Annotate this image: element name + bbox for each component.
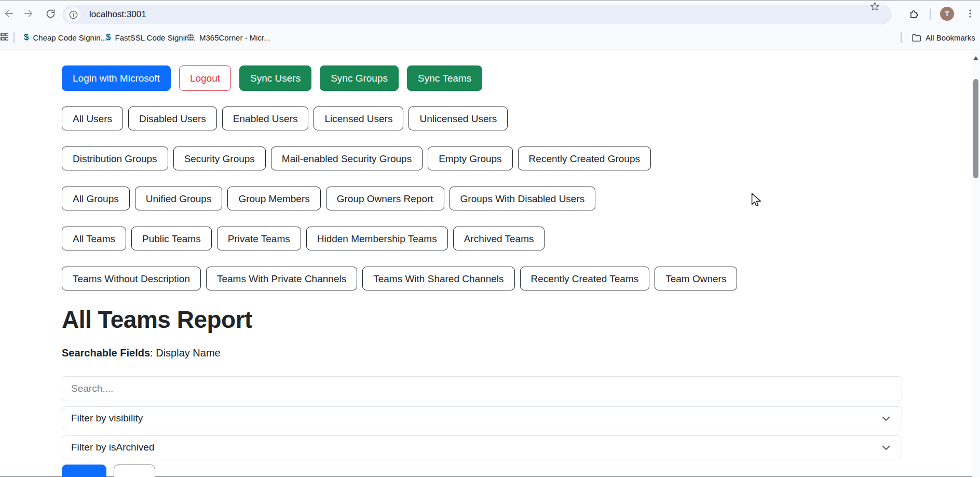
- group-owners-report-button[interactable]: Group Owners Report: [326, 187, 444, 210]
- isarchived-filter-select[interactable]: Filter by isArchived: [62, 435, 902, 459]
- scrollbar-thumb[interactable]: [973, 79, 978, 178]
- security-groups-button[interactable]: Security Groups: [173, 147, 266, 170]
- bookmark-label: M365Corner - Micr...: [199, 33, 270, 42]
- dollar-icon: $: [106, 32, 111, 43]
- recently-created-teams-button[interactable]: Recently Created Teams: [520, 267, 650, 290]
- bookmark-item-cheap-code[interactable]: $ Cheap Code Signin...: [21, 29, 110, 46]
- disabled-users-button[interactable]: Disabled Users: [128, 107, 217, 130]
- visibility-filter-label: Filter by visibility: [71, 413, 143, 424]
- searchable-fields-line: Searchable Fields: Display Name: [62, 347, 980, 359]
- back-icon[interactable]: [0, 5, 18, 22]
- bookmark-label: Cheap Code Signin...: [33, 33, 107, 42]
- searchable-fields-value: : Display Name: [150, 347, 221, 359]
- address-bar[interactable]: localhost:3001: [62, 5, 892, 24]
- sync-teams-button[interactable]: Sync Teams: [407, 65, 482, 91]
- bottom-primary-button-partial[interactable]: [62, 465, 106, 477]
- profile-avatar[interactable]: T: [940, 7, 954, 21]
- page-title: All Teams Report: [62, 307, 980, 333]
- group-reports-row: All Groups Unified Groups Group Members …: [62, 187, 980, 210]
- bookmarks-separator-left: [13, 32, 15, 43]
- private-teams-button[interactable]: Private Teams: [217, 227, 301, 250]
- team-owners-button[interactable]: Team Owners: [655, 267, 737, 290]
- all-teams-button[interactable]: All Teams: [62, 227, 126, 250]
- dollar-icon: $: [24, 32, 29, 43]
- unlicensed-users-button[interactable]: Unlicensed Users: [409, 107, 508, 130]
- teams-with-private-channels-button[interactable]: Teams With Private Channels: [206, 267, 357, 290]
- all-bookmarks-label: All Bookmarks: [925, 33, 975, 42]
- browser-toolbar: localhost:3001 T: [0, 1, 980, 26]
- primary-actions-row: Login with Microsoft Logout Sync Users S…: [62, 65, 980, 91]
- isarchived-filter-label: Filter by isArchived: [71, 442, 155, 453]
- unified-groups-button[interactable]: Unified Groups: [135, 187, 223, 210]
- chevron-down-icon: [882, 442, 890, 453]
- searchable-fields-label: Searchable Fields: [62, 347, 150, 359]
- apps-grid-icon[interactable]: [0, 32, 9, 43]
- group-types-row: Distribution Groups Security Groups Mail…: [62, 147, 980, 170]
- folder-icon: [911, 33, 921, 42]
- public-teams-button[interactable]: Public Teams: [131, 227, 212, 250]
- enabled-users-button[interactable]: Enabled Users: [222, 107, 309, 130]
- all-users-button[interactable]: All Users: [62, 107, 123, 130]
- site-info-icon[interactable]: [66, 7, 80, 22]
- users-reports-row: All Users Disabled Users Enabled Users L…: [62, 107, 980, 130]
- forward-icon[interactable]: [20, 5, 37, 22]
- bottom-outline-button-partial[interactable]: [114, 465, 155, 477]
- avatar-letter: T: [945, 10, 949, 18]
- login-with-microsoft-button[interactable]: Login with Microsoft: [62, 65, 171, 91]
- globe-icon: [186, 33, 195, 42]
- mail-enabled-security-groups-button[interactable]: Mail-enabled Security Groups: [271, 147, 423, 170]
- reload-icon[interactable]: [42, 5, 59, 22]
- empty-groups-button[interactable]: Empty Groups: [428, 147, 512, 170]
- browser-menu-icon[interactable]: [961, 5, 979, 22]
- app-page: Login with Microsoft Logout Sync Users S…: [0, 50, 980, 477]
- browser-chrome: localhost:3001 T $ Che: [0, 0, 980, 50]
- toolbar-separator: [930, 8, 931, 20]
- hidden-membership-teams-button[interactable]: Hidden Membership Teams: [306, 227, 448, 250]
- extensions-icon[interactable]: [905, 5, 922, 22]
- bottom-buttons-row: [62, 465, 980, 477]
- distribution-groups-button[interactable]: Distribution Groups: [62, 147, 168, 170]
- teams-with-shared-channels-button[interactable]: Teams With Shared Channels: [362, 267, 514, 290]
- visibility-filter-select[interactable]: Filter by visibility: [62, 406, 902, 430]
- sync-users-button[interactable]: Sync Users: [239, 65, 311, 91]
- logout-button[interactable]: Logout: [179, 65, 231, 91]
- groups-with-disabled-users-button[interactable]: Groups With Disabled Users: [450, 187, 596, 210]
- bookmarks-separator-right: [901, 32, 902, 43]
- vertical-scrollbar[interactable]: [972, 50, 980, 477]
- recently-created-groups-button[interactable]: Recently Created Groups: [518, 147, 651, 170]
- scrollbar-up-arrow-icon[interactable]: [973, 56, 978, 60]
- group-members-button[interactable]: Group Members: [227, 187, 320, 210]
- bookmarks-bar: $ Cheap Code Signin... $ FastSSL Code Si…: [0, 26, 980, 49]
- sync-groups-button[interactable]: Sync Groups: [320, 65, 399, 91]
- url-text[interactable]: localhost:3001: [89, 5, 146, 24]
- archived-teams-button[interactable]: Archived Teams: [453, 227, 545, 250]
- licensed-users-button[interactable]: Licensed Users: [314, 107, 403, 130]
- teams-without-description-button[interactable]: Teams Without Description: [62, 267, 201, 290]
- all-bookmarks-button[interactable]: All Bookmarks: [908, 29, 978, 46]
- team-types-row: All Teams Public Teams Private Teams Hid…: [62, 227, 980, 250]
- bookmark-item-m365corner[interactable]: M365Corner - Micr...: [183, 29, 274, 46]
- all-groups-button[interactable]: All Groups: [62, 187, 130, 210]
- chevron-down-icon: [882, 413, 890, 424]
- search-input[interactable]: [62, 376, 902, 401]
- bookmark-star-icon[interactable]: [866, 0, 883, 15]
- team-reports-row: Teams Without Description Teams With Pri…: [62, 267, 980, 290]
